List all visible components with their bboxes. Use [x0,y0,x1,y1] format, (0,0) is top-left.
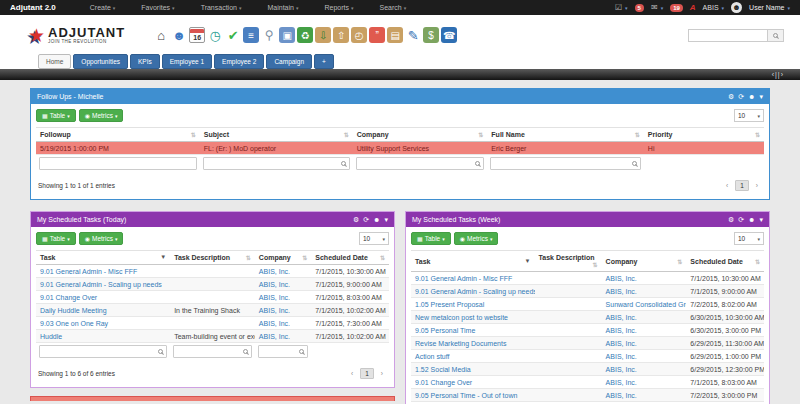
table-row[interactable]: Revise Marketing DocumentsABIS, Inc.6/29… [411,337,764,350]
column-header[interactable]: Task Description⇅ [535,251,602,272]
column-header[interactable]: Task▼ [411,251,535,272]
edit-pencil-icon[interactable]: ✎ [405,27,421,43]
list-icon[interactable]: ≡ [243,27,259,43]
table-row[interactable]: 9.01 General Admin - Misc FFFABIS, Inc.7… [36,265,389,278]
tab-home[interactable]: Home [38,54,71,69]
employee-icon[interactable]: ☻ [171,27,187,43]
receive-icon[interactable]: ⇩ [315,27,331,43]
collapse-icon[interactable]: ▾ [384,216,388,224]
column-header[interactable]: Full Name⇅ [487,128,644,142]
page-prev-button[interactable]: ‹ [722,181,732,190]
table-view-button[interactable]: ▦ Table ▾ [36,232,76,245]
approve-check-icon[interactable]: ✔ [225,27,241,43]
page-number-button[interactable]: 1 [360,368,374,379]
clipboard-icon[interactable]: ▤ [387,27,403,43]
org-menu[interactable]: ABIS [703,4,719,11]
refresh-icon[interactable]: ⟳ [738,216,744,224]
column-filter-input[interactable] [356,157,485,170]
table-view-button[interactable]: ▦ Table ▾ [36,109,76,122]
settings-icon[interactable]: ⚙ [728,93,734,101]
metrics-view-button[interactable]: ◉ Metrics ▾ [454,232,499,245]
metrics-view-button[interactable]: ◉ Metrics ▾ [79,109,124,122]
menu-favorites[interactable]: Favorites▾ [141,4,174,11]
settings-icon[interactable]: ⚙ [728,216,734,224]
page-size-select[interactable]: 10 ▾ [734,232,764,245]
column-header[interactable]: Priority⇅ [644,128,764,142]
column-header[interactable]: Followup⇅ [36,128,200,142]
table-row[interactable]: 5/19/2015 1:00:00 PMFL: (Er: ) MoD opera… [36,142,764,155]
page-next-button[interactable]: › [377,369,387,378]
tab-opportunities[interactable]: Opportunities [73,54,128,69]
column-filter-input[interactable] [39,157,197,170]
tab-employee-2[interactable]: Employee 2 [214,54,264,69]
column-header[interactable]: Task▼ [36,251,170,265]
tab-employee-1[interactable]: Employee 1 [162,54,212,69]
table-row[interactable]: Action stuffABIS, Inc.6/29/2015, 1:00:00… [411,350,764,363]
global-search-button[interactable] [768,29,784,42]
table-row[interactable]: 9.05 Personal TimeABIS, Inc.6/30/2015, 3… [411,324,764,337]
trash-icon[interactable]: ♻ [297,27,313,43]
table-row[interactable]: HuddleTeam-building event or exerciseABI… [36,330,389,343]
collapse-icon[interactable]: ▾ [759,93,763,101]
bank-icon[interactable]: ⌂ [153,27,169,43]
column-header[interactable]: Company⇅ [255,251,311,265]
menu-maintain[interactable]: Maintain▾ [267,4,298,11]
menu-reports[interactable]: Reports▾ [324,4,353,11]
refresh-icon[interactable]: ⟳ [363,216,369,224]
refresh-icon[interactable]: ⟳ [738,93,744,101]
ship-icon[interactable]: ⇧ [333,27,349,43]
collapse-panels-control[interactable]: ‹||› [772,71,784,78]
page-number-button[interactable]: 1 [735,180,749,191]
notes-icon[interactable]: ☑ [615,3,622,12]
register-icon[interactable]: ▣ [279,27,295,43]
messages-badge[interactable]: 19 [670,4,683,12]
column-filter-input[interactable] [173,345,252,358]
calendar-icon[interactable]: 16 [189,27,205,43]
page-prev-button[interactable]: ‹ [347,369,357,378]
table-row[interactable]: 9.01 General Admin - Scaling up needsABI… [36,278,389,291]
menu-search[interactable]: Search▾ [379,4,406,11]
global-search-input[interactable] [688,29,768,42]
user-icon[interactable]: ☻ [373,216,380,224]
schedule-crate-icon[interactable]: ◴ [351,27,367,43]
envelope-icon[interactable]: ✉ [651,3,658,12]
page-size-select[interactable]: 10 ▾ [359,232,389,245]
column-filter-input[interactable] [39,345,167,358]
table-row[interactable]: 1.52 Social MediaABIS, Inc.6/29/2015, 12… [411,363,764,376]
user-icon[interactable]: ☻ [748,93,755,101]
table-row[interactable]: 9.03 One on One RayABIS, Inc.7/1/2015, 7… [36,317,389,330]
column-filter-input[interactable] [490,157,641,170]
search-magnifier-icon[interactable]: ⚲ [261,27,277,43]
table-row[interactable]: 9.05 Personal Time - Out of townABIS, In… [411,389,764,402]
table-row[interactable]: 9.01 General Admin - Misc FFFABIS, Inc.7… [411,272,764,285]
column-filter-input[interactable] [203,157,350,170]
alerts-badge[interactable]: 5 [635,4,644,12]
metrics-view-button[interactable]: ◉ Metrics ▾ [79,232,124,245]
table-row[interactable]: New metalcon post to websiteABIS, Inc.6/… [411,311,764,324]
column-header[interactable]: Subject⇅ [200,128,353,142]
page-next-button[interactable]: › [752,181,762,190]
accounting-icon[interactable]: $ [423,27,439,43]
collapse-icon[interactable]: ▾ [759,216,763,224]
page-size-select[interactable]: 10 ▾ [734,109,764,122]
table-view-button[interactable]: ▦ Table ▾ [411,232,451,245]
user-icon[interactable]: ☻ [748,216,755,224]
tab-add[interactable]: + [314,54,334,69]
menu-transaction[interactable]: Transaction▾ [201,4,242,11]
table-row[interactable]: 1.05 Present ProposalSunward Consolidate… [411,298,764,311]
table-row[interactable]: Daily Huddle MeetingIn the Training Shac… [36,304,389,317]
avatar[interactable]: ☻ [731,2,742,13]
tab-kpis[interactable]: KPIs [130,54,160,69]
user-menu[interactable]: User Name [749,4,784,11]
settings-icon[interactable]: ⚙ [353,216,359,224]
tab-campaign[interactable]: Campaign [266,54,312,69]
column-header[interactable]: Company⇅ [353,128,488,142]
table-row[interactable]: 9.01 Change OverABIS, Inc.7/1/2015, 8:03… [36,291,389,304]
table-row[interactable]: 9.01 Change OverABIS, Inc.7/1/2015, 8:03… [411,376,764,389]
column-header[interactable]: Company⇅ [602,251,687,272]
table-row[interactable]: 9.01 General Admin - Scaling up needsABI… [411,285,764,298]
column-header[interactable]: Task Description⇅ [170,251,255,265]
clock-icon[interactable]: ◷ [207,27,223,43]
column-header[interactable]: Scheduled Date⇅ [311,251,389,265]
phone-icon[interactable]: ☎ [441,27,457,43]
